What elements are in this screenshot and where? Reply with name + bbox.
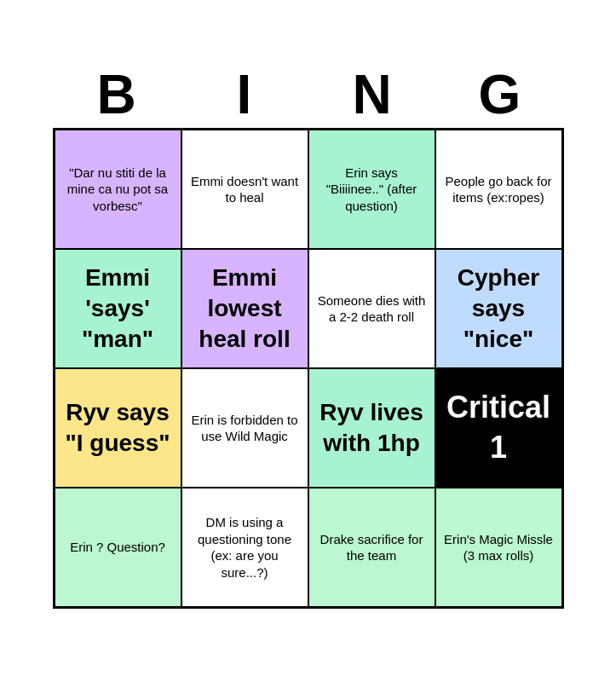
cell-r3c2: Erin is forbidden to use Wild Magic [181, 368, 308, 488]
cell-r3c4: Critical 1 [435, 368, 562, 488]
cell-r4c1: Erin ? Question? [55, 488, 181, 607]
cell-r1c4: People go back for items (ex:ropes) [435, 130, 562, 249]
cell-r1c2: Emmi doesn't want to heal [181, 130, 308, 249]
header-b: B [53, 65, 181, 124]
header-i: I [181, 65, 308, 124]
bingo-card: B I N G "Dar nu stiti de la mine ca nu p… [36, 56, 581, 626]
cell-r1c3: Erin says "Biiiinee.." (after question) [308, 130, 435, 249]
cell-r2c3: Someone dies with a 2-2 death roll [308, 249, 435, 368]
cell-r2c1: Emmi 'says' "man" [55, 249, 181, 368]
cell-r3c3: Ryv lives with 1hp [308, 368, 435, 488]
cell-r1c1: "Dar nu stiti de la mine ca nu pot sa vo… [55, 130, 181, 249]
cell-r4c4: Erin's Magic Missle (3 max rolls) [435, 488, 562, 607]
bingo-header: B I N G [53, 65, 564, 124]
cell-r2c4: Cypher says "nice" [435, 249, 562, 368]
bingo-grid: "Dar nu stiti de la mine ca nu pot sa vo… [53, 128, 564, 609]
cell-r2c2: Emmi lowest heal roll [181, 249, 308, 368]
header-n: N [308, 65, 436, 124]
cell-r4c2: DM is using a questioning tone (ex: are … [181, 488, 308, 607]
cell-r3c1: Ryv says "I guess" [55, 368, 181, 488]
cell-r4c3: Drake sacrifice for the team [308, 488, 435, 607]
header-g: G [436, 65, 564, 124]
